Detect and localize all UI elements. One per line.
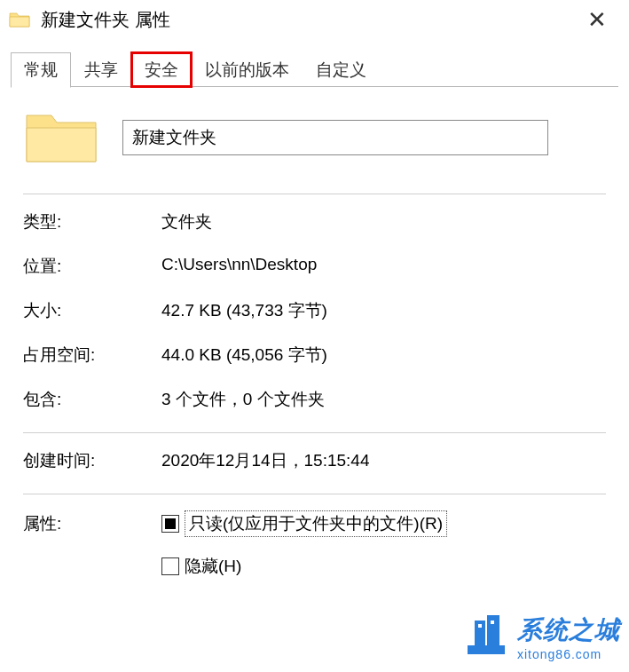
readonly-label[interactable]: 只读(仅应用于文件夹中的文件)(R) — [185, 510, 447, 537]
label-size: 大小: — [23, 299, 161, 322]
value-size-on-disk: 44.0 KB (45,056 字节) — [161, 344, 327, 367]
tab-security[interactable]: 安全 — [131, 52, 192, 87]
divider — [23, 494, 606, 494]
tab-customize[interactable]: 自定义 — [303, 52, 380, 87]
value-type: 文件夹 — [161, 210, 212, 233]
label-location: 位置: — [23, 255, 161, 278]
svg-rect-3 — [478, 624, 482, 628]
title-bar: 新建文件夹 属性 ✕ — [0, 0, 629, 39]
watermark-url: xitong86.com — [517, 647, 620, 661]
folder-name-row — [23, 107, 606, 169]
row-location: 位置: C:\Users\nn\Desktop — [23, 255, 606, 278]
tab-previous-versions[interactable]: 以前的版本 — [192, 52, 303, 87]
checkbox-hidden[interactable] — [161, 557, 179, 575]
value-created: 2020年12月14日，15:15:44 — [161, 449, 370, 472]
label-created: 创建时间: — [23, 449, 161, 472]
folder-icon-large — [23, 107, 99, 169]
svg-rect-0 — [468, 645, 505, 654]
row-created: 创建时间: 2020年12月14日，15:15:44 — [23, 449, 606, 472]
watermark-text: 系统之城 xitong86.com — [517, 613, 620, 661]
value-size: 42.7 KB (43,733 字节) — [161, 299, 327, 322]
row-type: 类型: 文件夹 — [23, 210, 606, 233]
checkbox-readonly[interactable] — [161, 515, 179, 533]
label-type: 类型: — [23, 210, 161, 233]
tab-content: 类型: 文件夹 位置: C:\Users\nn\Desktop 大小: 42.7… — [0, 87, 629, 605]
tab-general[interactable]: 常规 — [11, 52, 71, 88]
hidden-label[interactable]: 隐藏(H) — [185, 555, 241, 578]
divider — [23, 194, 606, 194]
row-size: 大小: 42.7 KB (43,733 字节) — [23, 299, 606, 322]
value-contains: 3 个文件，0 个文件夹 — [161, 388, 325, 411]
label-contains: 包含: — [23, 388, 161, 411]
value-location: C:\Users\nn\Desktop — [161, 255, 317, 278]
svg-rect-2 — [487, 615, 499, 645]
label-attributes: 属性: — [23, 512, 161, 535]
tab-strip: 常规 共享 安全 以前的版本 自定义 — [0, 51, 629, 87]
watermark-title: 系统之城 — [517, 613, 620, 647]
label-size-on-disk: 占用空间: — [23, 344, 161, 367]
row-readonly: 属性: 只读(仅应用于文件夹中的文件)(R) — [23, 510, 606, 537]
watermark: 系统之城 xitong86.com — [462, 613, 620, 661]
row-hidden: 隐藏(H) — [23, 555, 606, 578]
window-title: 新建文件夹 属性 — [41, 8, 570, 32]
close-button[interactable]: ✕ — [570, 0, 624, 39]
row-contains: 包含: 3 个文件，0 个文件夹 — [23, 388, 606, 411]
row-size-on-disk: 占用空间: 44.0 KB (45,056 字节) — [23, 344, 606, 367]
folder-name-input[interactable] — [122, 120, 548, 155]
watermark-logo-icon — [462, 613, 510, 661]
tab-sharing[interactable]: 共享 — [71, 52, 131, 87]
divider — [23, 432, 606, 433]
svg-rect-4 — [491, 621, 494, 624]
folder-icon — [9, 11, 30, 28]
